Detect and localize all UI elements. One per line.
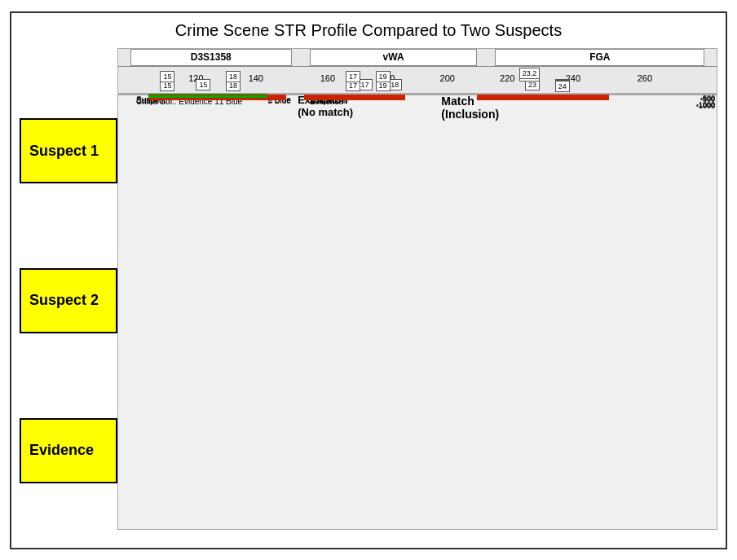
s1-d3-allele15: 15 [196, 79, 210, 90]
ev-label-vwa: Evidence [310, 97, 343, 106]
ev-d3-allele18: 18 [226, 71, 241, 82]
ev-vwa-allele17: 17 [346, 71, 360, 82]
ruler-220: 220 [500, 73, 514, 83]
locus-fga: FGA [495, 49, 704, 66]
ev-d3-allele15: 15 [160, 71, 174, 82]
page-title: Crime Scene STR Profile Compared to Two … [20, 21, 717, 40]
locus-vwa: vWA [310, 49, 478, 66]
rows-area: Suspect I 2 Blue Suspect I -1000 -500 [118, 94, 717, 95]
suspect2-label: Suspect 2 [20, 268, 117, 333]
ruler-140: 140 [249, 73, 263, 83]
ev-vwa-allele19: 19 [376, 71, 391, 82]
ev-fga-allele24: 24 [555, 81, 570, 92]
ev-fga-allele232: 23.2 [519, 68, 541, 79]
suspect1-label: Suspect 1 [20, 118, 117, 183]
s2-label-blue: 5 Blue [268, 96, 291, 105]
ruler-260: 260 [638, 73, 652, 83]
ev-label-d3: Crime Sc... Evidence 11 Blue [136, 97, 242, 106]
main-container: Crime Scene STR Profile Compared to Two … [10, 11, 727, 549]
suspect2-row: Suspect II 5 Blue Suspect II -1000 -500 [118, 95, 717, 95]
main-chart: D3S1358 vWA FGA 120 140 160 180 200 220 … [117, 48, 717, 530]
match-text: Match(Inclusion) [441, 95, 499, 121]
ruler-160: 160 [320, 73, 335, 83]
locus-d3s1358: D3S1358 [130, 49, 292, 66]
evidence-label: Evidence [20, 418, 117, 483]
locus-headers: D3S1358 vWA FGA [118, 49, 717, 67]
ruler-200: 200 [440, 73, 455, 83]
label-column: Suspect 1 Suspect 2 Evidence [20, 48, 117, 530]
ev-y-500: -500 [700, 95, 715, 104]
